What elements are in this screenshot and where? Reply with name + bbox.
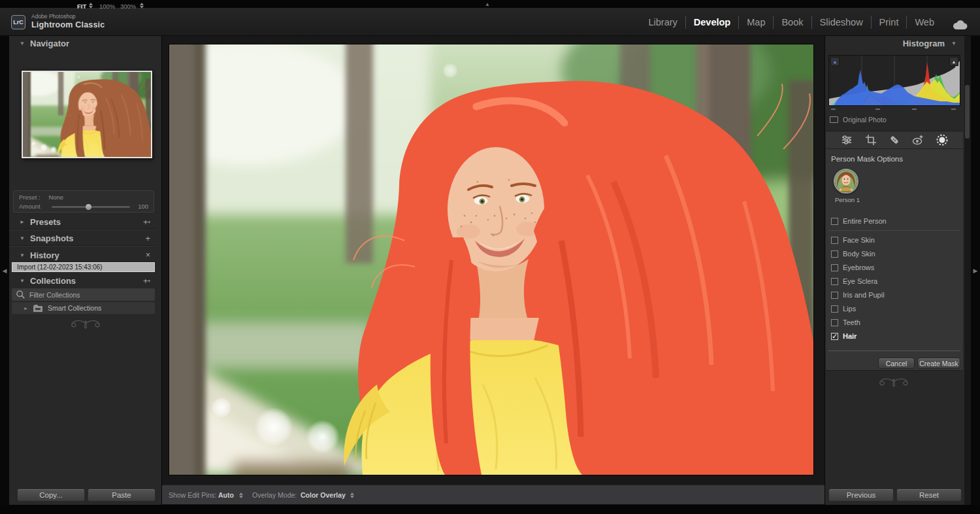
mask-option-lips[interactable]: Lips <box>826 304 963 315</box>
masking-tool-icon-active[interactable] <box>936 133 949 146</box>
filter-collections-field[interactable]: Filter Collections <box>12 288 155 301</box>
amount-value: 100 <box>138 203 148 210</box>
mask-option-entire-person[interactable]: Entire Person <box>826 216 963 227</box>
mask-option-body-skin[interactable]: Body Skin <box>826 249 963 260</box>
collapse-right-icon[interactable]: ▶ <box>973 267 978 274</box>
histogram-title: Histogram <box>903 39 945 48</box>
checkbox[interactable] <box>831 264 838 271</box>
disclosure-right-icon[interactable]: ► <box>24 306 28 311</box>
highlight-clipping-indicator[interactable]: ▲ <box>949 57 958 66</box>
top-panel-collapse-strip[interactable]: ▲ <box>0 0 980 8</box>
module-slideshow[interactable]: Slideshow <box>811 16 871 29</box>
navigator-zoom-fit[interactable]: FIT <box>77 3 86 10</box>
checkbox[interactable] <box>831 250 838 258</box>
previous-button[interactable]: Previous <box>828 488 894 502</box>
collections-section-header[interactable]: ▼ Collections +▾ <box>9 275 157 287</box>
disclosure-down-icon[interactable]: ▼ <box>20 235 25 241</box>
search-icon <box>16 290 25 300</box>
mask-option-teeth[interactable]: Teeth <box>826 318 963 328</box>
presets-section-header[interactable]: ► Presets +▾ <box>9 216 157 228</box>
right-panel-collapse-strip[interactable]: ▶ <box>971 36 980 505</box>
copy-button[interactable]: Copy... <box>17 488 85 502</box>
checkbox[interactable] <box>831 292 838 299</box>
original-photo-icon <box>830 116 838 123</box>
photo-with-hair-mask-overlay[interactable] <box>169 44 813 475</box>
module-print[interactable]: Print <box>871 16 907 29</box>
mask-option-face-skin[interactable]: Face Skin <box>826 235 963 246</box>
amount-slider-knob[interactable] <box>86 204 91 210</box>
person-mask-options-panel: Person Mask Options Person 1 Entire Pers… <box>826 149 963 371</box>
module-map[interactable]: Map <box>738 16 773 29</box>
original-photo-row[interactable]: Original Photo <box>830 116 887 124</box>
disclosure-down-icon[interactable]: ▼ <box>20 278 25 284</box>
overlay-mode-select[interactable]: Color Overlay <box>301 491 346 499</box>
module-library[interactable]: Library <box>640 16 685 29</box>
history-section-header[interactable]: ▼ History × <box>9 250 157 262</box>
show-edit-pins-updown-icon[interactable] <box>239 492 244 498</box>
smart-collections-label: Smart Collections <box>48 304 101 312</box>
red-eye-tool-icon[interactable] <box>911 133 924 146</box>
add-snapshot-button[interactable]: + <box>145 233 150 243</box>
zoom-updown-icon[interactable] <box>140 3 144 9</box>
preset-label: Preset : <box>19 194 41 201</box>
cloud-sync-icon[interactable] <box>950 18 970 31</box>
brand-line1: Adobe Photoshop <box>31 13 105 20</box>
fit-updown-icon[interactable] <box>89 3 93 9</box>
mask-option-hair[interactable]: ✓ Hair <box>826 332 963 342</box>
histogram-tick <box>951 109 956 110</box>
amount-slider[interactable] <box>52 206 130 208</box>
overlay-mode-updown-icon[interactable] <box>350 492 355 498</box>
navigator-preview[interactable] <box>22 71 152 158</box>
checkbox[interactable] <box>831 237 838 244</box>
module-book[interactable]: Book <box>773 16 811 29</box>
filter-collections-label: Filter Collections <box>29 291 80 299</box>
module-web[interactable]: Web <box>906 16 942 29</box>
history-item-import[interactable]: Import (12-02-2023 15:43:06) <box>12 262 155 272</box>
overlay-mode-label: Overlay Mode: <box>252 491 297 499</box>
mask-option-eye-sclera[interactable]: Eye Sclera <box>826 277 963 287</box>
navigator-header[interactable]: ▼ Navigator <box>9 38 157 50</box>
checkbox[interactable] <box>831 278 838 285</box>
filmstrip-collapse-strip[interactable]: ▲ <box>0 505 980 514</box>
navigator-zoom-100[interactable]: 100% <box>99 3 115 10</box>
collapse-left-icon[interactable]: ◀ <box>3 267 7 274</box>
snapshots-section-header[interactable]: ▼ Snapshots + <box>9 233 157 245</box>
show-edit-pins-select[interactable]: Auto <box>218 491 234 499</box>
cancel-button[interactable]: Cancel <box>878 358 915 369</box>
collapse-top-icon[interactable]: ▲ <box>485 1 490 7</box>
collection-set-icon <box>33 304 43 313</box>
crop-tool-icon[interactable] <box>864 133 877 146</box>
mask-option-eyebrows[interactable]: Eyebrows <box>826 263 963 273</box>
original-photo-label: Original Photo <box>843 116 887 124</box>
add-collection-button[interactable]: +▾ <box>143 276 150 286</box>
clear-history-button[interactable]: × <box>146 250 150 260</box>
healing-tool-icon[interactable] <box>888 133 901 146</box>
mask-option-iris-and-pupil[interactable]: Iris and Pupil <box>826 290 963 301</box>
histogram-header[interactable]: Histogram ▼ <box>825 38 964 50</box>
disclosure-down-icon[interactable]: ▼ <box>20 252 25 258</box>
checkbox-checked[interactable]: ✓ <box>831 333 838 340</box>
checkbox[interactable] <box>831 305 838 313</box>
checkbox[interactable] <box>831 319 838 326</box>
reset-button[interactable]: Reset <box>896 488 962 502</box>
shadow-clipping-indicator[interactable]: ▲ <box>830 57 840 66</box>
scrollbar-thumb[interactable] <box>965 85 970 139</box>
person-avatar[interactable] <box>834 169 858 194</box>
left-panel-collapse-strip[interactable]: ◀ <box>0 36 9 505</box>
module-develop[interactable]: Develop <box>685 16 738 29</box>
app-brand: Adobe Photoshop Lightroom Classic <box>31 13 105 30</box>
mask-option-label: Entire Person <box>843 217 887 225</box>
navigator-zoom-300[interactable]: 300% <box>120 3 136 10</box>
create-mask-button[interactable]: Create Mask <box>917 358 960 369</box>
disclosure-right-icon[interactable]: ► <box>20 219 25 225</box>
basic-adjust-tool-icon[interactable] <box>840 133 853 146</box>
smart-collections-row[interactable]: ► Smart Collections <box>12 302 155 314</box>
paste-button[interactable]: Paste <box>88 488 155 502</box>
checkbox[interactable] <box>831 218 838 225</box>
navigator-preset-box: Preset : None Amount 100 <box>13 190 154 213</box>
panel-end-flourish-icon <box>873 377 915 387</box>
disclosure-down-icon[interactable]: ▼ <box>951 41 956 46</box>
add-preset-button[interactable]: +▾ <box>143 217 150 227</box>
disclosure-down-icon[interactable]: ▼ <box>20 41 25 46</box>
histogram[interactable]: ▲ ▲ <box>828 55 960 106</box>
